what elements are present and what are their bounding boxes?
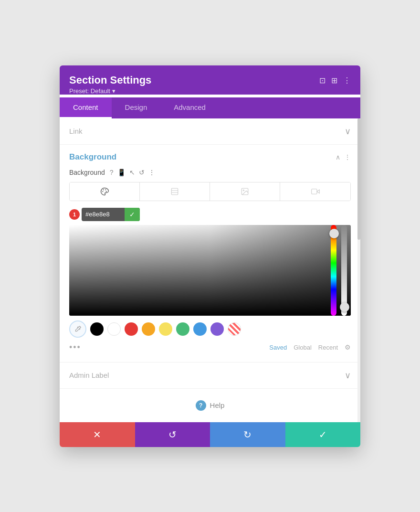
help-label[interactable]: Help (210, 401, 225, 409)
admin-label-title: Admin Label (69, 371, 109, 379)
bg-options-icon[interactable]: ⋮ (148, 169, 155, 176)
bg-type-image[interactable] (210, 182, 280, 201)
swatches-row (69, 320, 351, 338)
redo-button[interactable]: ↻ (210, 422, 285, 447)
swatch-tab-saved[interactable]: Saved (269, 344, 287, 351)
color-picker-area: 1 ✓ (69, 208, 351, 352)
cancel-button[interactable]: ✕ (60, 422, 135, 447)
tab-design[interactable]: Design (112, 97, 161, 118)
eyedropper-button[interactable] (69, 320, 86, 338)
admin-label-section-row[interactable]: Admin Label ∨ (60, 363, 360, 389)
alpha-handle-bottom[interactable] (340, 302, 349, 312)
hex-input-box: ✓ (82, 208, 140, 221)
hex-input[interactable] (82, 211, 125, 218)
background-section: Background ∧ ⋮ Background ? 📱 ↖ ↺ ⋮ (60, 145, 360, 363)
focus-mode-icon[interactable]: ⊡ (319, 76, 326, 85)
svg-rect-4 (171, 188, 178, 195)
scrollbar-thumb[interactable] (357, 118, 360, 240)
bg-type-gradient[interactable] (140, 182, 210, 201)
swatch-blue[interactable] (193, 322, 207, 336)
swatch-settings-icon[interactable]: ⚙ (345, 343, 351, 351)
bg-help-icon[interactable]: ? (110, 169, 114, 176)
swatch-yellow[interactable] (159, 322, 172, 336)
more-options-icon[interactable]: ⋮ (343, 76, 351, 85)
tab-advanced[interactable]: Advanced (160, 97, 219, 118)
admin-label-chevron-icon: ∨ (345, 370, 351, 381)
bg-type-video[interactable] (280, 182, 350, 201)
help-icon[interactable]: ? (196, 400, 206, 411)
color-gradient-area[interactable] (69, 225, 351, 316)
bg-type-color[interactable] (70, 182, 140, 201)
reset-button[interactable]: ↺ (135, 422, 210, 447)
bg-section-controls: ∧ ⋮ (336, 153, 351, 161)
bg-collapse-icon[interactable]: ∧ (336, 153, 340, 161)
swatch-tabs-group: Saved Global Recent ⚙ (269, 343, 351, 351)
swatches-tabs-row: ••• Saved Global Recent ⚙ (69, 342, 351, 352)
swatch-white[interactable] (107, 322, 121, 336)
swatch-red[interactable] (125, 322, 138, 336)
hue-handle-top[interactable] (329, 229, 339, 238)
layout-icon[interactable]: ⊞ (331, 76, 337, 85)
svg-point-0 (102, 191, 103, 192)
svg-point-2 (105, 189, 106, 190)
swatch-orange[interactable] (142, 322, 155, 336)
hex-input-row: 1 ✓ (69, 208, 351, 221)
svg-rect-10 (311, 189, 316, 194)
header-icons-group: ⊡ ⊞ ⋮ (319, 76, 351, 85)
bg-cursor-icon[interactable]: ↖ (129, 169, 135, 176)
swatch-transparent[interactable] (228, 322, 241, 336)
bg-label-row: Background ? 📱 ↖ ↺ ⋮ (69, 169, 351, 176)
color-num-badge: 1 (69, 209, 80, 220)
help-row: ? Help (60, 389, 360, 422)
bg-type-tabs (69, 182, 351, 201)
swatch-green[interactable] (176, 322, 189, 336)
modal-body: Link ∨ Background ∧ ⋮ Background ? (60, 118, 360, 422)
bg-section-header: Background ∧ ⋮ (69, 152, 351, 162)
svg-point-3 (106, 191, 107, 192)
swatch-tab-global[interactable]: Global (294, 344, 312, 351)
modal-footer: ✕ ↺ ↻ ✓ (60, 422, 360, 447)
header-title-group: Section Settings Preset: Default ▾ (69, 74, 151, 95)
bg-reset-icon[interactable]: ↺ (139, 169, 145, 176)
hue-strip (331, 225, 336, 316)
scrollbar-track (357, 118, 360, 422)
save-button[interactable]: ✓ (285, 422, 361, 447)
link-section-row[interactable]: Link ∨ (60, 118, 360, 145)
svg-marker-9 (317, 190, 319, 193)
hex-confirm-button[interactable]: ✓ (125, 208, 140, 221)
section-settings-modal: Section Settings Preset: Default ▾ ⊡ ⊞ ⋮… (60, 65, 360, 447)
bg-more-icon[interactable]: ⋮ (344, 153, 351, 161)
more-dots-button[interactable]: ••• (69, 342, 81, 352)
color-dark-overlay (69, 225, 351, 316)
swatch-black[interactable] (90, 322, 104, 336)
link-section-title: Link (69, 127, 83, 135)
swatch-tab-recent[interactable]: Recent (318, 344, 338, 351)
modal-title: Section Settings (69, 74, 151, 86)
svg-point-1 (103, 189, 104, 190)
bg-label-text: Background (69, 169, 105, 176)
svg-point-8 (243, 190, 244, 191)
bg-section-title: Background (69, 152, 116, 162)
modal-header: Section Settings Preset: Default ▾ ⊡ ⊞ ⋮ (60, 65, 360, 95)
swatch-purple[interactable] (210, 322, 224, 336)
modal-preset[interactable]: Preset: Default ▾ (69, 87, 151, 95)
bg-mobile-icon[interactable]: 📱 (117, 169, 126, 176)
modal-tabs: Content Design Advanced (60, 97, 360, 118)
bg-label-icons: ? 📱 ↖ ↺ ⋮ (110, 169, 155, 176)
tab-content[interactable]: Content (60, 97, 112, 118)
link-chevron-icon: ∨ (345, 126, 351, 137)
